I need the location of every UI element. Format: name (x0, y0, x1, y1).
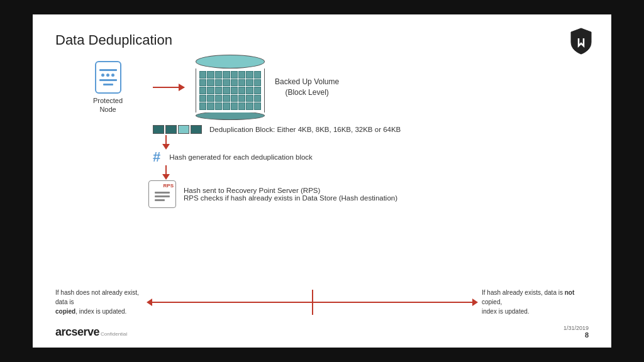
steps-container: Deduplication Block: Either 4KB, 8KB, 16… (55, 125, 589, 208)
slide-title: Data Deduplication (55, 32, 589, 48)
slide: Data Deduplication ProtectedNode (33, 14, 611, 348)
arrow-to-volume (153, 87, 184, 88)
bottom-left-text: If hash does not already exist, data is … (55, 288, 147, 316)
server-icon (95, 61, 121, 94)
rps-text: Hash sent to Recovery Point Server (RPS)… (184, 187, 397, 202)
volume-container: Backed Up Volume(Block Level) (196, 55, 339, 120)
arcserve-shield-logo (570, 27, 592, 53)
dedup-block-icons (153, 125, 202, 134)
footer-right: 1/31/2019 8 (564, 325, 589, 339)
protected-node: ProtectedNode (93, 61, 123, 114)
arrow-down-2 (165, 165, 589, 179)
volume-cylinder (196, 55, 265, 120)
top-row: ProtectedNode Backed Up Volume(Block Lev… (93, 55, 589, 120)
arrow-down-1 (165, 135, 589, 149)
rps-icon: RPS (148, 180, 176, 208)
footer: arcserve Confidential 1/31/2019 8 (55, 325, 589, 339)
step-dedup-block-row: Deduplication Block: Either 4KB, 8KB, 16… (153, 125, 589, 134)
step-rps-row: RPS Hash sent to Recovery Point Server (… (148, 180, 589, 208)
hash-icon: # (153, 150, 160, 164)
bottom-right-text: If hash already exists, data is not copi… (482, 288, 589, 316)
dedup-block-text: Deduplication Block: Either 4KB, 8KB, 16… (209, 126, 401, 133)
rps-badge: RPS (164, 183, 174, 189)
protected-node-label: ProtectedNode (93, 96, 123, 114)
arcserve-brand: arcserve (55, 326, 99, 339)
confidential-label: Confidential (101, 331, 127, 337)
volume-label: Backed Up Volume(Block Level) (275, 77, 339, 98)
right-arrow-section (313, 299, 479, 306)
arcserve-logo: arcserve Confidential (55, 326, 127, 339)
step-hash-row: # Hash generated for each deduplication … (153, 150, 589, 164)
footer-date: 1/31/2019 (564, 325, 589, 331)
footer-page: 8 (564, 331, 589, 339)
bottom-arrows (147, 299, 312, 306)
hash-text: Hash generated for each deduplication bl… (169, 153, 313, 161)
